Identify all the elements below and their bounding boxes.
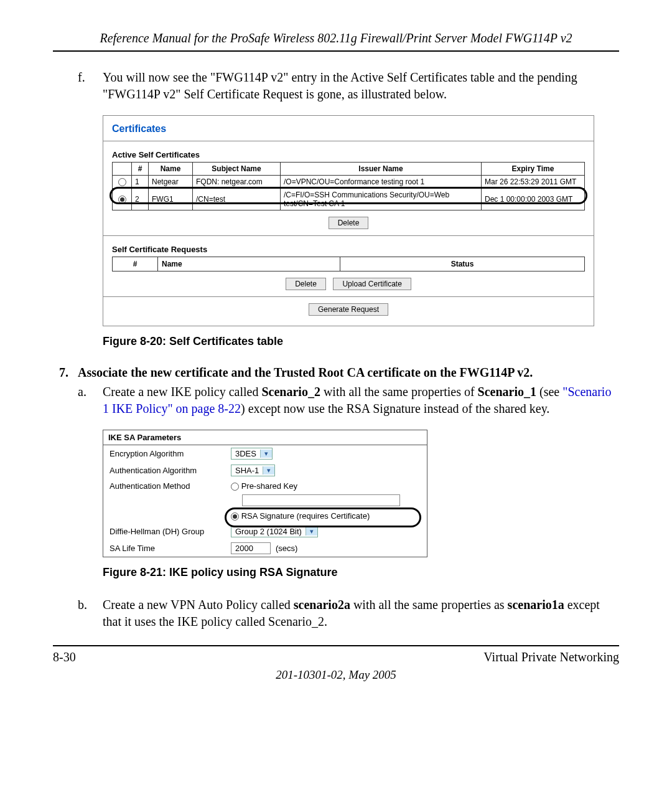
col-name: Name [149,163,193,176]
row2-issuer: /C=FI/O=SSH Communications Security/OU=W… [281,189,482,210]
figure-8-20-caption: Figure 8-20: Self Certificates table [103,335,619,348]
step7-marker: 7. [53,366,78,380]
item-b-text: Create a new VPN Auto Policy called scen… [103,597,619,630]
certificates-title: Certificates [112,123,585,134]
row2-subject: /CN=test [193,189,281,210]
figure-8-21: IKE SA Parameters Encryption Algorithm 3… [103,430,619,557]
item-b-marker: b. [53,597,103,630]
row1-expiry: Mar 26 22:53:29 2011 GMT [482,176,585,189]
sa-life-input[interactable]: 2000 [231,542,271,554]
item-f-marker: f. [53,69,103,103]
auth-algo-label: Authentication Algorithm [110,466,231,475]
footer: 8-30 Virtual Private Networking [53,650,619,664]
ike-sa-header: IKE SA Parameters [103,430,427,445]
row2-radio[interactable] [118,196,126,204]
sa-unit: (secs) [276,544,297,553]
figure-8-21-caption: Figure 8-21: IKE policy using RSA Signat… [103,566,619,579]
rsa-label: RSA Signature (requires Certificate) [241,511,370,521]
header-rule [53,50,619,52]
active-certs-table: # Name Subject Name Issuer Name Expiry T… [112,162,585,210]
item-a-marker: a. [53,384,103,417]
page-number: 8-30 [53,650,76,664]
col-issuer: Issuer Name [281,163,482,176]
row1-num: 1 [132,176,149,189]
sa-life-label: SA Life Time [110,544,231,553]
step7-text: Associate the new certificate and the Tr… [78,366,533,380]
chevron-down-icon: ▾ [263,466,274,474]
enc-algo-select[interactable]: 3DES▾ [231,448,273,460]
item-f-text: You will now see the "FWG114P v2" entry … [103,69,619,103]
list-item-b: b. Create a new VPN Auto Policy called s… [53,597,619,630]
row1-issuer: /O=VPNC/OU=Conformance testing root 1 [281,176,482,189]
delete-request-button[interactable]: Delete [286,278,326,290]
row2-expiry: Dec 1 00:00:00 2003 GMT [482,189,585,210]
rsa-radio[interactable] [231,512,239,521]
auth-algo-select[interactable]: SHA-1▾ [231,465,275,476]
preshared-label: Pre-shared Key [241,481,297,491]
table-row: 2 FWG1 /CN=test /C=FI/O=SSH Communicatio… [113,189,585,210]
dh-group-label: Diffie-Hellman (DH) Group [110,527,231,536]
chevron-down-icon: ▾ [260,450,272,458]
list-item-f: f. You will now see the "FWG114P v2" ent… [53,69,619,103]
req-col-hash: # [113,257,158,271]
row2-num: 2 [132,189,149,210]
ike-sa-panel: IKE SA Parameters Encryption Algorithm 3… [103,430,427,557]
enc-algo-label: Encryption Algorithm [110,449,231,458]
row1-subject: FQDN: netgear.com [193,176,281,189]
req-col-status: Status [340,257,585,271]
dh-group-select[interactable]: Group 2 (1024 Bit)▾ [231,526,318,537]
auth-method-label: Authentication Method [110,481,231,491]
page-header-title: Reference Manual for the ProSafe Wireles… [53,31,619,45]
row2-name: FWG1 [149,189,193,210]
footer-date: 201-10301-02, May 2005 [53,668,619,682]
row1-name: Netgear [149,176,193,189]
col-subject: Subject Name [193,163,281,176]
col-expiry: Expiry Time [482,163,585,176]
list-item-a: a. Create a new IKE policy called Scenar… [53,384,619,417]
step-7: 7. Associate the new certificate and the… [53,366,619,380]
certificates-panel: Certificates Active Self Certificates # … [103,115,594,326]
active-self-certs-label: Active Self Certificates [112,150,585,159]
footer-rule [53,645,619,646]
generate-request-button[interactable]: Generate Request [309,303,388,316]
col-hash: # [132,163,149,176]
table-row: 1 Netgear FQDN: netgear.com /O=VPNC/OU=C… [113,176,585,189]
item-a-text: Create a new IKE policy called Scenario_… [103,384,619,417]
req-col-name: Name [158,257,340,271]
preshared-radio[interactable] [231,483,239,491]
delete-button[interactable]: Delete [329,217,369,229]
figure-8-20: Certificates Active Self Certificates # … [103,115,619,326]
self-cert-requests-label: Self Certificate Requests [112,245,585,254]
preshared-input[interactable] [242,494,400,506]
upload-cert-button[interactable]: Upload Certificate [333,278,411,290]
page: Reference Manual for the ProSafe Wireles… [0,0,672,707]
chevron-down-icon: ▾ [306,527,317,536]
row1-radio[interactable] [118,178,126,186]
cert-requests-table: # Name Status [112,257,585,271]
footer-section: Virtual Private Networking [483,650,619,664]
